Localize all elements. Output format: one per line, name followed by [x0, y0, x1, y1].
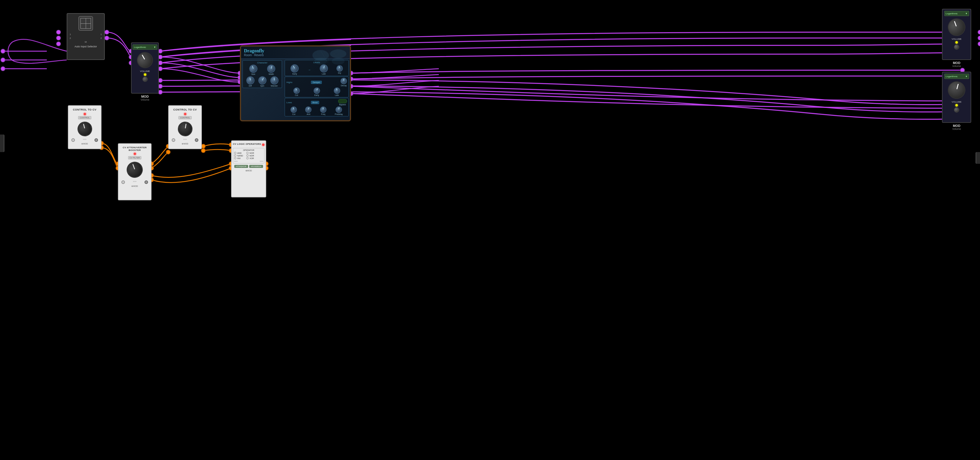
- mod-vol-right-bottom-dropdown-arrow: ▼: [966, 75, 968, 78]
- mod-vol-right-bottom-bottom-knob[interactable]: [954, 107, 959, 113]
- svg-point-56: [330, 49, 346, 58]
- dragonfly-decay-label: Decay: [341, 84, 347, 87]
- dragonfly-freq-label: Freq: [321, 113, 325, 115]
- ctrl-cv-1-knob[interactable]: [76, 120, 94, 138]
- port-label-2-left: 2: [70, 37, 71, 40]
- dragonfly-boost-bar: Boost: [311, 101, 319, 104]
- cv-logic-op-dot-6[interactable]: [246, 157, 249, 159]
- cv-logic-op-dot-2[interactable]: [246, 152, 249, 154]
- port-label-1-right: 1: [101, 33, 102, 36]
- cv-att-port-arrows: >>>: [133, 181, 136, 184]
- cv-logic-btn-1[interactable]: #TTOQVC0F: [234, 165, 248, 168]
- dragonfly-highs-late-knob[interactable]: [333, 87, 340, 94]
- auto-input-icon: [78, 16, 93, 31]
- cv-att-module: CV ATTENUVERTER BOOSTER CV FILTER >>> ⊕M…: [118, 143, 151, 200]
- cv-logic-operator-section: OPERATOR AND NOR NAND NOR INV XOR >>>: [233, 148, 264, 163]
- cv-logic-op-dot-4[interactable]: [246, 154, 249, 157]
- dragonfly-highs-section: Highs Dampen Decay Cut Early: [285, 77, 349, 97]
- cv-logic-xor-label: XOR: [250, 157, 258, 159]
- ctrl-cv-2-title: CONTROL TO CV: [173, 108, 197, 111]
- cv-att-knob[interactable]: [124, 159, 145, 180]
- cv-logic-op-dot-1[interactable]: [234, 152, 236, 154]
- dragonfly-dampen-bar: Dampen: [311, 81, 321, 84]
- dragonfly-predelay-knob[interactable]: [335, 106, 342, 113]
- dragonfly-bypass-toggle[interactable]: [338, 99, 347, 103]
- dragonfly-early-label: Early: [292, 73, 297, 75]
- cv-att-port-left[interactable]: [121, 181, 125, 184]
- mod-volume-right-bottom-module: Logarithmic ▼ VOLUME: [942, 71, 971, 123]
- dragonfly-lows-cut-knob[interactable]: [290, 106, 298, 113]
- cv-logic-nor-label: NOR: [250, 152, 258, 154]
- dragonfly-highs-late-label: Late: [335, 94, 339, 96]
- cv-logic-btn-2[interactable]: #FVVEBS1A: [249, 165, 263, 168]
- dragonfly-arrow-icon: →: [308, 68, 311, 71]
- ctrl-cv-2-port-right[interactable]: [195, 138, 198, 142]
- dragonfly-width-knob[interactable]: [266, 64, 276, 74]
- ctrl-cv-2-port-left[interactable]: [172, 138, 175, 142]
- mod-volume-right-top-module: Logarithmic ▼ VOLUME: [942, 9, 971, 60]
- cv-logic-operator-label: OPERATOR: [234, 149, 263, 151]
- auto-input-title: Auto Input Selector: [75, 45, 97, 48]
- dragonfly-highs-early-label: Early: [315, 94, 319, 96]
- mod-vol-left-dropdown-label: Logarithmic: [134, 46, 146, 49]
- dragonfly-early-knob[interactable]: [289, 63, 300, 74]
- cv-logic-ports-row2: >>>: [260, 160, 263, 162]
- mod-vol-right-top-dropdown-label: Logarithmic: [946, 12, 958, 15]
- dragonfly-decay-knob[interactable]: [340, 78, 347, 84]
- mod-vol-left-knob[interactable]: [134, 49, 156, 71]
- cv-logic-op-dot-3[interactable]: [234, 154, 236, 157]
- dragonfly-diff-label: Diff: [249, 85, 251, 87]
- mod-vol-right-bottom-knob[interactable]: [946, 79, 967, 101]
- mod-vol-right-top-knob[interactable]: [945, 16, 968, 39]
- ctrl-cv-1-module: CONTROL TO CV CONTROL >>> ⊕MOD: [68, 105, 102, 149]
- dragonfly-lows-section: Lows Boost Bypass Cut Amt: [285, 98, 349, 116]
- cv-att-port-right[interactable]: [145, 181, 148, 184]
- dragonfly-highs-early-knob[interactable]: [313, 87, 321, 95]
- mod-vol-right-top-bottom-knob[interactable]: [954, 44, 959, 50]
- mod-vol-right-top-dropdown[interactable]: Logarithmic ▼: [944, 11, 969, 16]
- dragonfly-highs-cut-knob[interactable]: [292, 87, 301, 95]
- ctrl-cv-2-ctrl-label: CONTROL: [178, 116, 191, 119]
- mod-vol-left-knob-container: [137, 52, 153, 68]
- ctrl-cv-1-port-right[interactable]: [94, 138, 98, 142]
- ctrl-cv-2-led: [184, 113, 186, 115]
- port-label-m: M: [85, 41, 87, 43]
- ctrl-cv-2-module: CONTROL TO CV CONTROL >>> ⊕MOD: [168, 105, 202, 149]
- cv-logic-and-label: AND: [237, 152, 245, 154]
- mod-vol-right-bottom-dropdown-label: Logarithmic: [946, 75, 958, 78]
- dragonfly-title: Dragonfly: [244, 48, 264, 54]
- mod-vol-right-top-led: [955, 41, 958, 44]
- dragonfly-width-label: Width: [269, 73, 274, 75]
- dragonfly-reverb-module: Dragonfly Room · Reverb Character Size W…: [240, 45, 351, 121]
- dragonfly-diff-knob[interactable]: [245, 76, 255, 85]
- ctrl-cv-1-port-label: >>>: [83, 138, 86, 142]
- dragonfly-bypass-label: Bypass: [339, 103, 346, 106]
- cv-att-logo: ⊕MOD: [131, 185, 138, 187]
- dragonfly-amt-label: Amt: [307, 113, 310, 115]
- dragonfly-amt-knob[interactable]: [304, 106, 312, 114]
- ctrl-cv-1-port-left[interactable]: [72, 138, 75, 142]
- dragonfly-size-knob[interactable]: [248, 63, 259, 74]
- dragonfly-dry-knob[interactable]: [336, 65, 344, 73]
- mod-vol-right-bottom-title: MOD: [953, 124, 960, 127]
- cv-logic-inv-label: INV: [237, 157, 245, 159]
- cv-logic-nor2-label: NOR: [250, 155, 258, 157]
- dragonfly-highs-label: Highs: [286, 81, 292, 84]
- mod-vol-right-bottom-dropdown[interactable]: Logarithmic ▼: [944, 74, 969, 79]
- dragonfly-highs-cut-label: Cut: [295, 94, 298, 96]
- mod-vol-left-dropdown[interactable]: Logarithmic ▼: [132, 44, 158, 50]
- ctrl-cv-1-logo: ⊕MOD: [81, 143, 88, 145]
- dragonfly-character-section: Character Size Width Diff: [242, 60, 282, 88]
- dragonfly-freq-knob[interactable]: [320, 106, 327, 113]
- cv-logic-op-dot-5[interactable]: [234, 157, 236, 159]
- dragonfly-spin-knob[interactable]: [257, 75, 268, 86]
- dragonfly-size-label: Size: [251, 73, 255, 75]
- cv-logic-ports-row: >>>: [234, 160, 237, 162]
- mod-vol-left-bottom-knob[interactable]: [142, 77, 148, 82]
- mod-vol-right-bottom-subtitle: Volume: [952, 127, 961, 130]
- ctrl-cv-2-knob[interactable]: [177, 121, 194, 138]
- dragonfly-wander-knob[interactable]: [270, 76, 278, 85]
- dragonfly-subtitle: Room · Reverb: [244, 54, 264, 57]
- mod-vol-right-bottom-led: [955, 104, 958, 106]
- dragonfly-predelay-label: Predelay: [335, 113, 343, 115]
